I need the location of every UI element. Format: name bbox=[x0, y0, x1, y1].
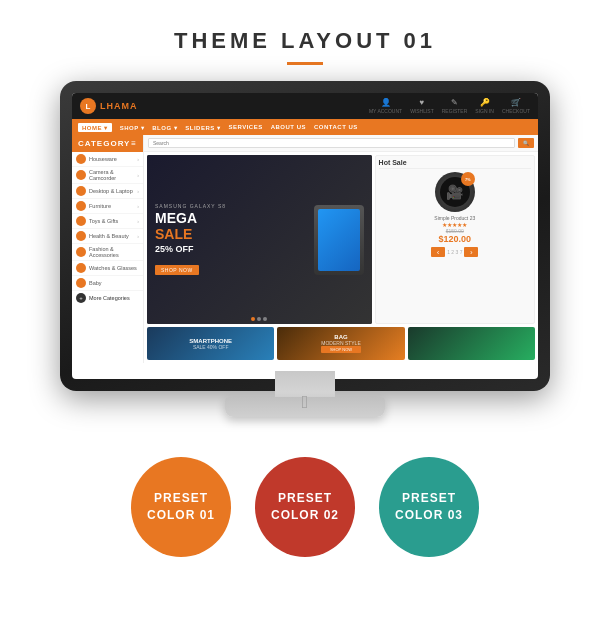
header-icon-account[interactable]: 👤 MY ACCOUNT bbox=[369, 98, 402, 114]
register-label: REGISTER bbox=[442, 108, 468, 114]
screen-body: CATEGORY ≡ Houseware › Camera & Camcorde… bbox=[72, 135, 538, 363]
chevron-right-icon: › bbox=[137, 218, 139, 224]
sidebar-item[interactable]: Fashion & Accessories bbox=[72, 244, 143, 261]
sidebar-item-label: Desktop & Laptop bbox=[89, 188, 134, 194]
nav-sliders[interactable]: SLIDERS ▾ bbox=[185, 124, 220, 131]
title-divider bbox=[287, 62, 323, 65]
chevron-right-icon: › bbox=[137, 172, 139, 178]
dot-3[interactable] bbox=[263, 317, 267, 321]
presets-row: PRESETCOLOR 01 PRESETCOLOR 02 PRESETCOLO… bbox=[131, 457, 479, 557]
sidebar-title: CATEGORY ≡ bbox=[72, 135, 143, 152]
header-icon-wishlist[interactable]: ♥ WISHLIST bbox=[410, 98, 434, 114]
main-content: 🔍 SAMSUNG GALAXY S8 MEGA SALE bbox=[144, 135, 538, 363]
sidebar-icon bbox=[76, 170, 86, 180]
sidebar-item-label: Camera & Camcorder bbox=[89, 169, 134, 181]
dot-2[interactable] bbox=[257, 317, 261, 321]
sidebar-more-item[interactable]: + More Categories bbox=[72, 291, 143, 305]
hero-banner: SAMSUNG GALAXY S8 MEGA SALE 25% OFF SHOP… bbox=[147, 155, 372, 324]
more-label: More Categories bbox=[89, 295, 130, 301]
header-icon-cart[interactable]: 🛒 CHECKOUT bbox=[502, 98, 530, 114]
hot-sale-title: Hot Sale bbox=[379, 159, 531, 169]
edit-icon: ✎ bbox=[451, 98, 458, 107]
banner-dots bbox=[251, 317, 267, 321]
nav-home[interactable]: HOME ▾ bbox=[78, 123, 112, 132]
preset-color-01[interactable]: PRESETCOLOR 01 bbox=[131, 457, 231, 557]
nav-blog[interactable]: BLOG ▾ bbox=[152, 124, 177, 131]
chevron-right-icon: › bbox=[137, 203, 139, 209]
nav-services[interactable]: SERVICES bbox=[228, 124, 262, 130]
page-title: THEME LAYOUT 01 bbox=[174, 28, 436, 54]
sidebar-title-arrow: ≡ bbox=[131, 139, 137, 148]
sidebar-title-text: CATEGORY bbox=[78, 139, 130, 148]
sidebar-item[interactable]: Desktop & Laptop › bbox=[72, 184, 143, 199]
promo-sub-1: SALE 40% OFF bbox=[189, 344, 232, 350]
sidebar-icon bbox=[76, 201, 86, 211]
nav-contact[interactable]: CONTACT US bbox=[314, 124, 358, 130]
hot-sale-panel: Hot Sale 🎥 7% Simple Product 23 ★★★★★ $1… bbox=[375, 155, 535, 324]
promo-smartphone[interactable]: SMARTPHONE SALE 40% OFF bbox=[147, 327, 274, 360]
product-badge: 7% bbox=[461, 172, 475, 186]
wishlist-label: WISHLIST bbox=[410, 108, 434, 114]
sidebar-item[interactable]: Furniture › bbox=[72, 199, 143, 214]
signin-label: SIGN IN bbox=[475, 108, 494, 114]
sidebar-icon bbox=[76, 278, 86, 288]
brand-logo: L LHAMA bbox=[80, 98, 138, 114]
banner-subtitle: SAMSUNG GALAXY S8 bbox=[155, 203, 310, 209]
search-button[interactable]: 🔍 bbox=[518, 138, 534, 148]
promo-extra[interactable] bbox=[408, 327, 535, 360]
sidebar-item-label: Watches & Glasses bbox=[89, 265, 139, 271]
sidebar-item-label: Furniture bbox=[89, 203, 134, 209]
banner-text: SAMSUNG GALAXY S8 MEGA SALE 25% OFF SHOP… bbox=[155, 203, 310, 276]
search-bar: 🔍 bbox=[144, 135, 538, 152]
banner-title: MEGA SALE bbox=[155, 211, 310, 242]
cart-icon: 🛒 bbox=[511, 98, 521, 107]
shop-now-button[interactable]: SHOP NOW bbox=[155, 265, 199, 275]
sidebar-item-label: Health & Beauty bbox=[89, 233, 134, 239]
search-input[interactable] bbox=[148, 138, 515, 148]
header-icon-register[interactable]: ✎ REGISTER bbox=[442, 98, 468, 114]
sidebar-item-label: Baby bbox=[89, 280, 139, 286]
chevron-right-icon: › bbox=[137, 156, 139, 162]
nav-about[interactable]: ABOUT US bbox=[271, 124, 306, 130]
promo-cta-2[interactable]: SHOP NOW bbox=[321, 346, 360, 353]
sidebar-icon bbox=[76, 216, 86, 226]
preset-color-03[interactable]: PRESETCOLOR 03 bbox=[379, 457, 479, 557]
sidebar-icon bbox=[76, 263, 86, 273]
sidebar-item[interactable]: Health & Beauty › bbox=[72, 229, 143, 244]
screen-header: L LHAMA 👤 MY ACCOUNT ♥ WISHLIST ✎ REGIST… bbox=[72, 93, 538, 119]
monitor-screen: L LHAMA 👤 MY ACCOUNT ♥ WISHLIST ✎ REGIST… bbox=[72, 93, 538, 379]
nav-shop[interactable]: SHOP ▾ bbox=[120, 124, 145, 131]
preset-color-02[interactable]: PRESETCOLOR 02 bbox=[255, 457, 355, 557]
next-button[interactable]: › bbox=[464, 247, 478, 257]
sidebar-item[interactable]: Toys & Gifts › bbox=[72, 214, 143, 229]
preset-03-label: PRESETCOLOR 03 bbox=[395, 490, 463, 524]
header-icon-signin[interactable]: 🔑 SIGN IN bbox=[475, 98, 494, 114]
more-icon: + bbox=[76, 293, 86, 303]
right-section: Hot Sale 🎥 7% Simple Product 23 ★★★★★ $1… bbox=[375, 155, 535, 324]
dot-1[interactable] bbox=[251, 317, 255, 321]
sidebar-item[interactable]: Baby bbox=[72, 276, 143, 291]
sidebar-item[interactable]: Camera & Camcorder › bbox=[72, 167, 143, 184]
promo-row: SMARTPHONE SALE 40% OFF BAG MODERN STYLE… bbox=[144, 327, 538, 363]
banner-discount: 25% OFF bbox=[155, 244, 310, 254]
preset-02-label: PRESETCOLOR 02 bbox=[271, 490, 339, 524]
signin-icon: 🔑 bbox=[480, 98, 490, 107]
sidebar-icon bbox=[76, 186, 86, 196]
sidebar-icon bbox=[76, 231, 86, 241]
prev-button[interactable]: ‹ bbox=[431, 247, 445, 257]
sidebar: CATEGORY ≡ Houseware › Camera & Camcorde… bbox=[72, 135, 144, 363]
preset-01-label: PRESETCOLOR 01 bbox=[147, 490, 215, 524]
monitor-bezel: L LHAMA 👤 MY ACCOUNT ♥ WISHLIST ✎ REGIST… bbox=[60, 81, 550, 391]
promo-bag[interactable]: BAG MODERN STYLE SHOP NOW bbox=[277, 327, 404, 360]
sidebar-item-label: Toys & Gifts bbox=[89, 218, 134, 224]
product-nav: ‹ 1 2 3 7 › bbox=[379, 247, 531, 257]
cart-label: CHECKOUT bbox=[502, 108, 530, 114]
sidebar-item-label: Houseware bbox=[89, 156, 134, 162]
sidebar-item[interactable]: Houseware › bbox=[72, 152, 143, 167]
promo-title-1: SMARTPHONE bbox=[189, 338, 232, 344]
sidebar-item[interactable]: Watches & Glasses bbox=[72, 261, 143, 276]
chevron-right-icon: › bbox=[137, 233, 139, 239]
product-image: 🎥 7% bbox=[435, 172, 475, 212]
product-rating: ★★★★★ bbox=[379, 221, 531, 228]
nav-bar: HOME ▾ SHOP ▾ BLOG ▾ SLIDERS ▾ SERVICES … bbox=[72, 119, 538, 135]
